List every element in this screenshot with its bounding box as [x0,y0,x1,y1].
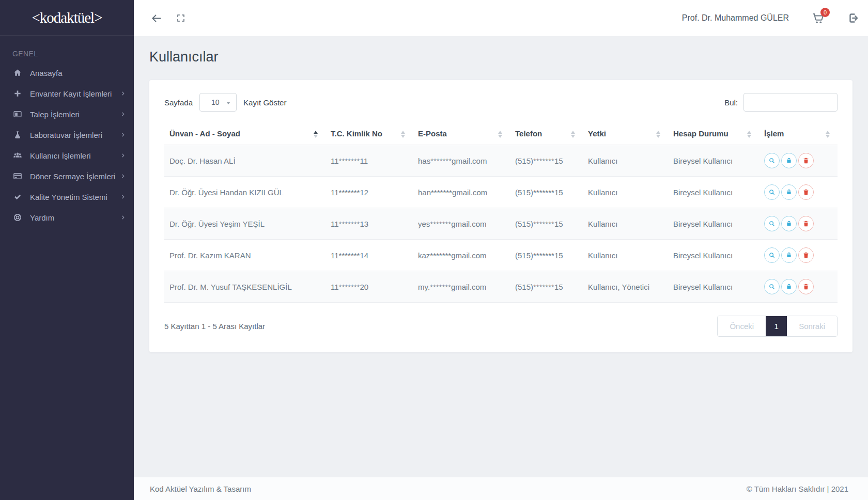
delete-user-button[interactable] [798,184,814,200]
column-header-national-id[interactable]: T.C. Kimlik No [326,123,413,145]
cell-actions [759,145,838,177]
cell-role: Kullanıcı [583,240,668,271]
logo[interactable]: <kodaktüel> [0,0,134,36]
cell-national-id: 11*******14 [326,240,413,271]
lock-user-button[interactable] [781,279,797,294]
home-icon [12,68,22,78]
trash-icon [802,220,810,227]
credit-card-icon [12,171,22,181]
search-input[interactable] [743,93,838,112]
sidebar-item-doner-sermaye[interactable]: Döner Sermaye İşlemleri [0,166,134,186]
cell-name: Dr. Öğr. Üyesi Yeşim YEŞİL [164,208,326,240]
cell-email: has*******gmail.com [413,145,510,177]
page-size-suffix-label: Kayıt Göster [243,98,286,107]
table-row: Prof. Dr. Kazım KARAN 11*******14 kaz***… [164,240,838,271]
column-header-email[interactable]: E-Posta [413,123,510,145]
cell-national-id: 11*******20 [326,271,413,303]
delete-user-button[interactable] [798,153,814,168]
cell-account-type: Bireysel Kullanıcı [668,271,759,303]
column-header-phone[interactable]: Telefon [510,123,583,145]
cell-name: Prof. Dr. M. Yusuf TAŞKESENLİGİL [164,271,326,303]
logout-button[interactable] [847,12,860,24]
sort-icon [498,131,503,138]
cell-role: Kullanıcı [583,208,668,240]
view-user-button[interactable] [764,279,780,294]
panel-icon [12,110,22,119]
delete-user-button[interactable] [798,279,814,294]
sort-icon [314,131,318,138]
sidebar-section-label: GENEL [0,36,134,62]
cart-badge: 0 [820,8,830,17]
back-button[interactable] [150,12,162,24]
sidebar-item-label: Döner Sermaye İşlemleri [30,172,120,181]
sort-icon [571,131,576,138]
fullscreen-button[interactable] [176,13,185,23]
view-user-button[interactable] [764,153,780,168]
chevron-right-icon [120,173,126,179]
sidebar-item-label: Envanter Kayıt İşlemleri [30,89,120,98]
page-size-select[interactable]: 10 [199,93,237,112]
cell-role: Kullanıcı [583,177,668,208]
cell-phone: (515)*******15 [510,271,583,303]
view-user-button[interactable] [764,247,780,263]
row-actions [764,153,832,168]
cell-name: Dr. Öğr. Üyesi Handan KIZILGÜL [164,177,326,208]
sidebar-item-kalite[interactable]: Kalite Yönetim Sistemi [0,186,134,207]
search-icon [768,220,776,227]
user-name[interactable]: Prof. Dr. Muhammed GÜLER [682,13,789,23]
flask-icon [12,130,22,140]
lock-user-button[interactable] [781,247,797,263]
cell-actions [759,271,838,303]
row-actions [764,247,832,263]
column-header-actions[interactable]: İşlem [759,123,838,145]
fullscreen-icon [176,13,185,23]
delete-user-button[interactable] [798,247,814,263]
lock-icon [785,189,793,196]
cell-name: Prof. Dr. Kazım KARAN [164,240,326,271]
chevron-right-icon [120,132,126,138]
search-box: Bul: [724,93,838,112]
sidebar-item-yardim[interactable]: Yardım [0,207,134,228]
column-header-label: Ünvan - Ad - Soyad [169,129,240,138]
sidebar-item-label: Talep İşlemleri [30,110,120,119]
app-footer: Kod Aktüel Yazılım & Tasarım © Tüm Hakla… [134,477,868,500]
column-header-label: E-Posta [418,129,447,138]
life-ring-icon [12,213,22,223]
cart-button[interactable]: 0 [812,12,825,25]
sidebar-item-talep[interactable]: Talep İşlemleri [0,104,134,124]
current-page-button[interactable]: 1 [766,316,787,336]
table-row: Doç. Dr. Hasan ALİ 11*******11 has******… [164,145,838,177]
cell-national-id: 11*******12 [326,177,413,208]
view-user-button[interactable] [764,216,780,231]
records-summary: 5 Kayıttan 1 - 5 Arası Kayıtlar [164,322,265,331]
column-header-label: İşlem [764,129,784,138]
cell-account-type: Bireysel Kullanıcı [668,208,759,240]
next-page-button[interactable]: Sonraki [787,316,837,336]
view-user-button[interactable] [764,184,780,200]
lock-user-button[interactable] [781,216,797,231]
logout-icon [847,12,860,24]
cell-phone: (515)*******15 [510,240,583,271]
cell-phone: (515)*******15 [510,177,583,208]
sidebar-item-laboratuvar[interactable]: Laboratuvar İşlemleri [0,124,134,145]
lock-user-button[interactable] [781,184,797,200]
users-table-body: Doç. Dr. Hasan ALİ 11*******11 has******… [164,145,838,303]
previous-page-button[interactable]: Önceki [718,316,766,336]
sidebar-item-kullanici[interactable]: Kullanıcı İşlemleri [0,145,134,166]
sidebar-menu: Anasayfa Envanter Kayıt İşlemleri Talep … [0,62,134,228]
page-title: Kullanıcılar [149,49,853,65]
sidebar-item-anasayfa[interactable]: Anasayfa [0,62,134,83]
cell-account-type: Bireysel Kullanıcı [668,145,759,177]
sidebar-item-label: Kalite Yönetim Sistemi [30,193,120,201]
cell-email: kaz*******gmail.com [413,240,510,271]
lock-user-button[interactable] [781,153,797,168]
content: Kullanıcılar Sayfada 10 Kayıt Göster Bul… [134,36,868,477]
column-header-account-type[interactable]: Hesap Durumu [668,123,759,145]
sidebar-item-envanter-kayit[interactable]: Envanter Kayıt İşlemleri [0,83,134,104]
cell-national-id: 11*******13 [326,208,413,240]
search-icon [768,157,776,164]
delete-user-button[interactable] [798,216,814,231]
cell-role: Kullanıcı, Yönetici [583,271,668,303]
column-header-role[interactable]: Yetki [583,123,668,145]
column-header-name[interactable]: Ünvan - Ad - Soyad [164,123,326,145]
